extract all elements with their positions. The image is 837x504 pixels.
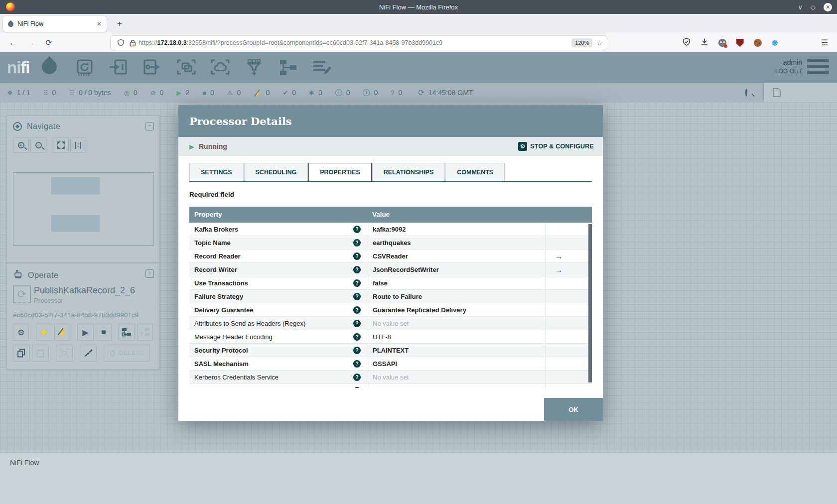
remote-process-group-icon[interactable] (210, 58, 230, 78)
pocket-shield-icon[interactable] (683, 38, 691, 48)
zoom-out-button[interactable]: − (30, 137, 46, 153)
back-button[interactable]: ← (7, 37, 19, 49)
help-icon[interactable]: ? (353, 387, 361, 388)
table-row[interactable]: Record Writer ? JsonRecordSetWriter → (189, 263, 592, 276)
url-bar[interactable]: https://172.18.0.3:32558/nifi/?processGr… (111, 36, 607, 50)
stop-button[interactable]: ■ (96, 324, 112, 341)
help-icon[interactable]: ? (353, 360, 361, 368)
table-row[interactable]: Use Transactions ? false → (189, 276, 592, 290)
operate-title: Operate (28, 271, 58, 280)
shield-icon[interactable] (117, 39, 125, 47)
ok-button[interactable]: OK (544, 398, 603, 421)
table-row[interactable]: Message Header Encoding ? UTF-8 → (189, 330, 592, 344)
tab-close-icon[interactable]: ✕ (97, 20, 102, 27)
bookmark-star-icon[interactable]: ☆ (596, 39, 603, 47)
window-maximize-button[interactable]: ◇ (811, 3, 816, 11)
flow-version-save-button[interactable] (119, 324, 135, 341)
page-zoom-badge[interactable]: 120% (571, 38, 592, 47)
refresh-icon[interactable]: ⟳ (418, 88, 424, 97)
process-group-icon[interactable] (176, 58, 196, 78)
processor-icon[interactable] (75, 58, 95, 78)
sync-failure-icon: ? (391, 89, 394, 97)
paste-button[interactable] (32, 345, 49, 362)
help-icon[interactable]: ? (353, 226, 361, 233)
extension-mask-icon[interactable] (718, 39, 726, 47)
cookie-extension-icon[interactable] (754, 39, 762, 47)
search-icon[interactable] (745, 87, 747, 97)
property-name: Attributes to Send as Headers (Regex) (194, 320, 353, 327)
birdseye-minimap[interactable] (13, 172, 154, 246)
disable-button[interactable]: ⚡ (54, 324, 70, 341)
help-icon[interactable]: ? (353, 239, 361, 247)
output-port-icon[interactable] (142, 58, 162, 78)
status-item: ✱ 0 (309, 89, 322, 97)
tab-scheduling[interactable]: SCHEDULING (244, 163, 308, 181)
help-icon[interactable]: ? (353, 333, 361, 341)
table-row[interactable]: Kerberos Credentials Service ? No value … (189, 371, 592, 384)
zoom-in-button[interactable]: + (13, 137, 29, 153)
help-icon[interactable]: ? (353, 306, 361, 314)
go-to-service-icon[interactable]: → (546, 265, 562, 274)
table-scrollbar-thumb[interactable] (588, 224, 592, 382)
table-row[interactable]: Delivery Guarantee ? Guarantee Replicate… (189, 303, 592, 317)
table-row[interactable]: Record Reader ? CSVReader → (189, 250, 592, 263)
breadcrumb[interactable]: NiFi Flow (0, 453, 837, 467)
input-port-icon[interactable] (109, 58, 129, 78)
start-button[interactable]: ▶ (77, 324, 93, 341)
table-row[interactable]: Topic Name ? earthquakes → (189, 236, 592, 250)
reload-button[interactable]: ⟳ (43, 37, 55, 49)
table-row[interactable]: Kafka Brokers ? kafka:9092 → (189, 223, 592, 236)
forward-button[interactable]: → (25, 37, 37, 49)
browser-tab[interactable]: NiFi Flow ✕ (3, 16, 107, 32)
status-item: ■ 0 (202, 89, 214, 97)
go-to-service-icon[interactable]: → (546, 252, 562, 260)
download-icon[interactable] (700, 38, 708, 48)
ublock-shield-icon[interactable] (736, 39, 744, 47)
status-item: ⚡ 0 (254, 89, 270, 97)
table-row[interactable]: Attributes to Send as Headers (Regex) ? … (189, 317, 592, 330)
tab-settings[interactable]: SETTINGS (189, 163, 244, 181)
zoom-actual-button[interactable]: |:| (70, 137, 86, 153)
table-row[interactable]: Security Protocol ? PLAINTEXT → (189, 344, 592, 357)
help-icon[interactable]: ? (353, 293, 361, 300)
help-icon[interactable]: ? (353, 347, 361, 354)
lock-icon[interactable] (130, 39, 136, 47)
tab-properties[interactable]: PROPERTIES (308, 163, 372, 181)
label-icon[interactable] (312, 58, 332, 78)
table-row[interactable]: SASL Mechanism ? GSSAPI → (189, 357, 592, 371)
tab-comments[interactable]: COMMENTS (445, 163, 505, 181)
template-icon[interactable] (278, 58, 298, 78)
configure-button[interactable]: ⚙ (13, 324, 29, 341)
bulletin-board-strip[interactable] (763, 83, 837, 102)
help-icon[interactable]: ? (353, 279, 361, 287)
help-icon[interactable]: ? (353, 252, 361, 260)
table-row[interactable]: ? → (189, 384, 592, 388)
copy-button[interactable] (13, 345, 30, 362)
stop-and-configure-button[interactable]: ⚙ STOP & CONFIGURE (518, 142, 594, 151)
extension-asterisk-icon[interactable]: ❋ (772, 38, 778, 48)
table-row[interactable]: Failure Strategy ? Route to Failure → (189, 290, 592, 303)
firefox-menu-icon[interactable]: ☰ (821, 38, 828, 47)
threads-icon: ⠿ (43, 89, 48, 97)
window-minimize-button[interactable]: ∨ (798, 3, 803, 11)
funnel-icon[interactable] (244, 58, 264, 78)
help-icon[interactable]: ? (353, 374, 361, 381)
collapse-operate-button[interactable]: − (145, 269, 154, 278)
help-icon[interactable]: ? (353, 320, 361, 327)
delete-button[interactable]: DELETE (104, 345, 149, 362)
window-titlebar: NiFi Flow — Mozilla Firefox ∨ ◇ ✕ (0, 0, 837, 14)
flow-version-revert-button[interactable] (137, 324, 153, 341)
property-value: UTF-8 (373, 333, 391, 341)
help-icon[interactable]: ? (353, 266, 361, 273)
global-menu-icon[interactable] (807, 59, 829, 77)
enable-button[interactable]: ⚡ (36, 324, 52, 341)
group-button[interactable] (56, 345, 73, 362)
collapse-navigate-button[interactable]: − (145, 122, 154, 130)
tab-relationships[interactable]: RELATIONSHIPS (372, 163, 445, 181)
new-tab-button[interactable]: + (114, 18, 126, 30)
logout-link[interactable]: LOG OUT (775, 68, 802, 75)
window-close-button[interactable]: ✕ (824, 3, 832, 11)
zoom-fit-button[interactable] (53, 137, 69, 153)
color-brush-button[interactable] (80, 345, 97, 362)
property-name: Message Header Encoding (194, 333, 353, 341)
